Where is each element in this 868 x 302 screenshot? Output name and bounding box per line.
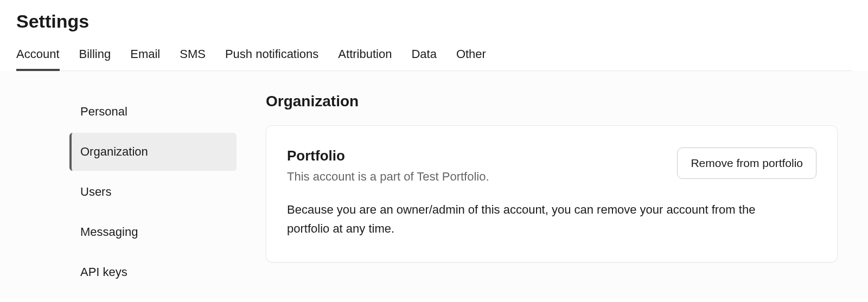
- card-title-block: Portfolio This account is a part of Test…: [287, 147, 677, 184]
- sidebar-item-messaging[interactable]: Messaging: [69, 213, 237, 251]
- tab-push-notifications[interactable]: Push notifications: [225, 47, 318, 71]
- tab-account[interactable]: Account: [16, 47, 60, 71]
- content-area: Personal Organization Users Messaging AP…: [0, 71, 868, 299]
- page-title: Settings: [16, 11, 852, 32]
- card-subtitle: This account is a part of Test Portfolio…: [287, 170, 677, 184]
- sidebar: Personal Organization Users Messaging AP…: [0, 71, 239, 299]
- sidebar-item-label: API keys: [80, 265, 127, 279]
- section-title: Organization: [266, 93, 838, 110]
- card-header: Portfolio This account is a part of Test…: [287, 147, 816, 184]
- sidebar-item-organization[interactable]: Organization: [69, 133, 237, 171]
- sidebar-item-label: Organization: [80, 145, 148, 158]
- portfolio-card: Portfolio This account is a part of Test…: [266, 125, 838, 262]
- sidebar-item-api-keys[interactable]: API keys: [69, 253, 237, 291]
- sidebar-item-label: Users: [80, 185, 111, 198]
- card-title: Portfolio: [287, 147, 677, 164]
- sidebar-item-label: Messaging: [80, 225, 138, 239]
- sidebar-item-label: Personal: [80, 105, 127, 118]
- sidebar-item-personal[interactable]: Personal: [69, 93, 237, 131]
- tab-attribution[interactable]: Attribution: [338, 47, 392, 71]
- main: Organization Portfolio This account is a…: [239, 71, 868, 299]
- remove-from-portfolio-button[interactable]: Remove from portfolio: [677, 147, 816, 179]
- tab-billing[interactable]: Billing: [79, 47, 111, 71]
- card-body: Because you are an owner/admin of this a…: [287, 200, 797, 238]
- tab-email[interactable]: Email: [130, 47, 160, 71]
- tab-other[interactable]: Other: [456, 47, 486, 71]
- tab-data[interactable]: Data: [411, 47, 436, 71]
- sidebar-item-users[interactable]: Users: [69, 173, 237, 211]
- header: Settings Account Billing Email SMS Push …: [0, 0, 868, 71]
- tabs: Account Billing Email SMS Push notificat…: [16, 47, 852, 71]
- tab-sms[interactable]: SMS: [180, 47, 206, 71]
